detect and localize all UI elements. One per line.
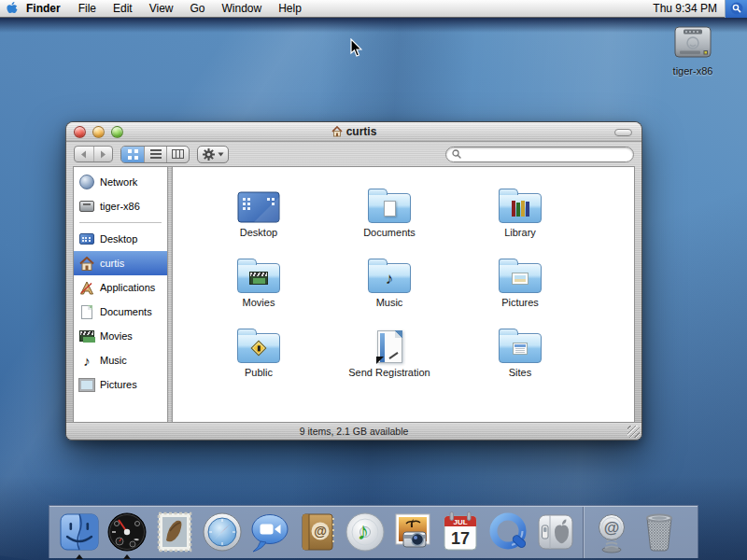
movies-icon bbox=[78, 328, 95, 344]
dock-item-mail[interactable] bbox=[150, 507, 198, 558]
file-item-sites[interactable]: Sites bbox=[464, 320, 576, 390]
sidebar-item-applications[interactable]: Applications bbox=[74, 275, 167, 300]
column-view-button[interactable] bbox=[166, 147, 189, 162]
column-view-icon bbox=[172, 149, 184, 159]
dock-item-website-link[interactable]: @ bbox=[587, 507, 635, 558]
gear-icon bbox=[203, 148, 215, 161]
library-folder-icon bbox=[499, 193, 542, 223]
toolbar-toggle-button[interactable] bbox=[614, 129, 632, 136]
sidebar-item-documents[interactable]: Documents bbox=[74, 300, 167, 324]
dock-item-finder[interactable] bbox=[55, 507, 103, 558]
ichat-icon bbox=[248, 511, 291, 553]
spotlight-button[interactable] bbox=[725, 0, 747, 18]
svg-text:17: 17 bbox=[450, 529, 469, 548]
sidebar-item-label: Applications bbox=[100, 282, 155, 293]
window-title-text: curtis bbox=[346, 125, 377, 138]
desktop-volume-tiger-x86[interactable]: tiger-x86 bbox=[659, 24, 726, 77]
search-field[interactable] bbox=[445, 147, 634, 162]
dock-item-ical[interactable]: JUL 17 bbox=[436, 507, 484, 558]
file-item-label: Library bbox=[504, 227, 536, 238]
file-item-documents[interactable]: Documents bbox=[333, 180, 445, 250]
menu-help[interactable]: Help bbox=[270, 0, 310, 18]
menu-bar-clock[interactable]: Thu 9:34 PM bbox=[645, 2, 725, 15]
sidebar-item-tiger-x86[interactable]: tiger-x86 bbox=[74, 194, 167, 218]
apple-menu[interactable] bbox=[0, 2, 24, 16]
sidebar-divider bbox=[79, 222, 162, 223]
dock-item-dashboard[interactable] bbox=[103, 507, 150, 558]
sidebar-item-desktop[interactable]: Desktop bbox=[74, 227, 167, 251]
icon-view-button[interactable] bbox=[121, 147, 144, 162]
menu-view[interactable]: View bbox=[141, 0, 182, 18]
menu-window[interactable]: Window bbox=[214, 0, 271, 18]
sidebar-item-label: Network bbox=[100, 176, 137, 188]
sidebar-item-label: tiger-x86 bbox=[100, 201, 140, 212]
svg-text:JUL: JUL bbox=[453, 518, 467, 526]
sidebar-item-label: curtis bbox=[100, 258, 124, 269]
dock-item-iphoto[interactable] bbox=[388, 507, 436, 558]
iphoto-icon bbox=[391, 511, 434, 553]
file-item-pictures[interactable]: Pictures bbox=[464, 250, 576, 320]
sidebar-item-movies[interactable]: Movies bbox=[74, 324, 167, 348]
trash-icon bbox=[638, 511, 681, 553]
search-input[interactable] bbox=[465, 148, 627, 161]
action-menu-button[interactable] bbox=[197, 146, 229, 163]
window-title: curtis bbox=[66, 125, 641, 138]
menu-file[interactable]: File bbox=[70, 0, 105, 18]
address-book-icon: @ bbox=[296, 511, 339, 553]
file-item-library[interactable]: Library bbox=[464, 180, 576, 250]
sidebar-item-label: Desktop bbox=[100, 233, 137, 245]
forward-button[interactable] bbox=[94, 147, 113, 161]
file-item-label: Movies bbox=[243, 297, 275, 308]
resize-grip[interactable] bbox=[627, 426, 640, 438]
dock-item-address-book[interactable]: @ bbox=[293, 507, 341, 558]
sidebar-item-network[interactable]: Network bbox=[74, 170, 167, 194]
status-bar: 9 items, 2.1 GB available bbox=[66, 422, 641, 440]
navigation-buttons bbox=[74, 146, 113, 162]
file-item-music[interactable]: ♪ Music bbox=[333, 250, 445, 320]
volume-label: tiger-x86 bbox=[659, 65, 726, 77]
dock-item-quicktime[interactable] bbox=[484, 507, 531, 558]
dock-item-trash[interactable] bbox=[635, 507, 683, 558]
file-item-label: Pictures bbox=[501, 297, 539, 308]
back-button[interactable] bbox=[75, 147, 94, 161]
list-view-button[interactable] bbox=[144, 147, 166, 162]
file-icon-grid: Desktop Documents Library Movies bbox=[173, 167, 634, 422]
sidebar-item-pictures[interactable]: Pictures bbox=[74, 372, 167, 397]
minimize-button[interactable] bbox=[92, 126, 105, 138]
hard-drive-icon bbox=[669, 24, 716, 60]
dock-divider bbox=[583, 507, 584, 558]
file-item-label: Documents bbox=[363, 227, 416, 238]
sidebar-item-curtis[interactable]: curtis bbox=[74, 251, 167, 275]
svg-text:@: @ bbox=[314, 524, 327, 539]
dock-item-system-preferences[interactable] bbox=[531, 507, 579, 558]
file-item-send-registration[interactable]: Send Registration bbox=[333, 320, 445, 390]
document-icon bbox=[78, 303, 95, 320]
dock-item-itunes[interactable]: ♪ bbox=[341, 507, 388, 558]
window-title-bar[interactable]: curtis bbox=[66, 122, 641, 142]
running-indicator bbox=[123, 554, 131, 559]
svg-text:@: @ bbox=[603, 519, 619, 537]
zoom-button[interactable] bbox=[111, 126, 123, 138]
sidebar-item-music[interactable]: ♪ Music bbox=[74, 348, 167, 372]
icon-view-icon bbox=[128, 149, 138, 160]
dock-item-ichat[interactable] bbox=[246, 507, 293, 558]
dock-item-safari[interactable] bbox=[198, 507, 246, 558]
desktop-icon bbox=[237, 191, 280, 223]
file-item-movies[interactable]: Movies bbox=[203, 250, 315, 320]
menu-finder[interactable]: Finder bbox=[24, 0, 70, 18]
at-spring-icon: @ bbox=[590, 511, 633, 553]
file-item-label: Sites bbox=[509, 367, 531, 378]
forward-arrow-icon bbox=[99, 150, 107, 159]
menu-go[interactable]: Go bbox=[182, 0, 214, 18]
chevron-down-icon bbox=[218, 152, 224, 157]
desktop-background[interactable]: Finder File Edit View Go Window Help Thu… bbox=[0, 0, 747, 560]
file-item-public[interactable]: Public bbox=[203, 320, 315, 390]
back-arrow-icon bbox=[79, 150, 88, 159]
quicktime-icon bbox=[486, 511, 529, 553]
close-button[interactable] bbox=[74, 126, 86, 138]
music-icon: ♪ bbox=[78, 352, 95, 369]
menu-edit[interactable]: Edit bbox=[105, 0, 141, 18]
file-item-label: Send Registration bbox=[348, 367, 430, 378]
apple-icon bbox=[7, 2, 19, 16]
file-item-desktop[interactable]: Desktop bbox=[203, 180, 315, 250]
